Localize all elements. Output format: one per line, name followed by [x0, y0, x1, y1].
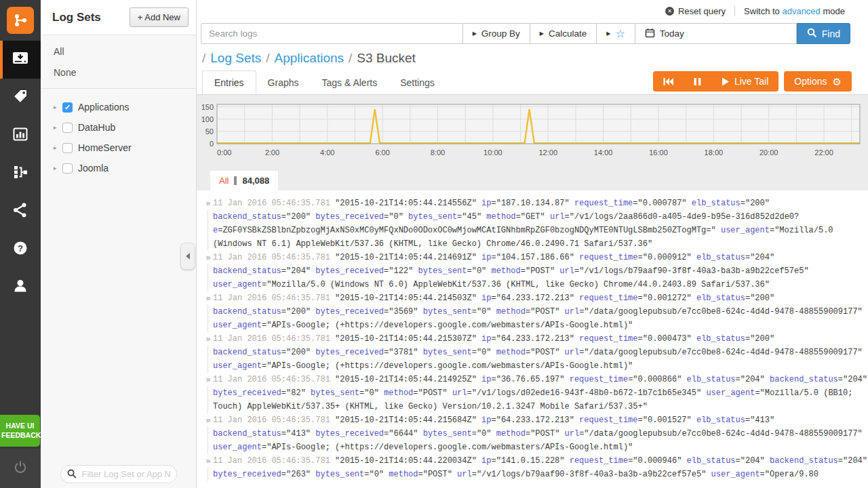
entry-marker-icon[interactable]: » [208, 251, 212, 264]
log-entry-wrapped-line: user_agent="APIs-Google; (+https://devel… [208, 319, 868, 332]
feedback-button[interactable]: HAVE UI FEEDBACK? [0, 415, 40, 447]
entry-timestamp: 11 Jan 2016 05:46:35.781 [213, 253, 330, 262]
logset-filter [60, 465, 177, 483]
logset-item-datahub[interactable]: ▸DataHub [54, 117, 196, 138]
logout-button[interactable] [0, 449, 41, 488]
find-button[interactable]: Find [797, 23, 850, 44]
switch-mode-text: Switch to advanced mode [744, 6, 845, 16]
log-entry-wrapped-line: backend_status="200" bytes_received="378… [208, 346, 868, 359]
logsets-list: All None ▸✓Applications▸DataHub▸HomeServ… [41, 35, 196, 178]
chevron-left-icon [182, 253, 190, 260]
log-entry-wrapped-line: bytes_received="82" bytes_sent="0" metho… [208, 386, 868, 400]
pause-button[interactable] [684, 71, 711, 92]
entry-marker-icon[interactable]: » [208, 197, 212, 210]
log-entry[interactable]: »11 Jan 2016 05:46:35.781 "2015-10-21T14… [208, 373, 868, 413]
expand-caret-icon[interactable]: ▸ [54, 104, 62, 110]
tail-controls: Live Tail Options ⚙ [653, 71, 852, 92]
entry-timestamp: 11 Jan 2016 05:46:35.781 [213, 415, 330, 425]
calculate-dropdown[interactable]: ▶ Calculate [530, 23, 597, 44]
results-all-tab[interactable]: All 84,088 [210, 171, 278, 190]
breadcrumb-current-s3-bucket: S3 Bucket [357, 51, 416, 66]
log-entry[interactable]: »11 Jan 2016 05:46:35.781 "2015-10-21T14… [208, 291, 868, 332]
advanced-mode-link[interactable]: advanced [782, 6, 820, 16]
sidebar-item-share[interactable] [0, 192, 41, 230]
help-icon: ? [12, 240, 28, 259]
breadcrumb-separator: / [349, 51, 352, 66]
saved-queries-dropdown[interactable]: ▶ ☆ [597, 23, 635, 44]
sidebar-item-dashboards[interactable] [0, 117, 41, 155]
logset-filter-input[interactable] [60, 465, 177, 483]
sidebar-item-account[interactable] [0, 268, 41, 306]
entry-marker-icon[interactable]: » [208, 332, 212, 346]
logset-item-joomla[interactable]: ▸Joomla [54, 158, 196, 178]
search-logs-input[interactable] [201, 23, 463, 44]
group-by-dropdown[interactable]: ▶ Group By [463, 23, 530, 44]
sidebar-item-help[interactable]: ? [0, 230, 41, 268]
topbar-divider [734, 6, 735, 16]
select-none-link[interactable]: None [54, 67, 196, 78]
icon-rail: ? HAVE UI FEEDBACK? [0, 0, 41, 488]
tab-graphs[interactable]: Graphs [256, 71, 311, 94]
add-new-button[interactable]: + Add New [130, 7, 189, 27]
dropdown-arrow-icon: ▶ [473, 30, 477, 37]
log-entry-wrapped-line: (Windows NT 6.1) AppleWebKit/537.36 (KHT… [208, 237, 868, 251]
breadcrumb-log-sets[interactable]: Log Sets [210, 51, 261, 66]
star-icon: ☆ [615, 28, 625, 39]
sidebar-item-log-sets[interactable] [0, 41, 41, 79]
logentries-logo [0, 0, 41, 41]
logset-checkbox[interactable] [62, 143, 73, 153]
play-icon [722, 77, 729, 86]
search-icon [67, 469, 77, 481]
query-topbar: ✕ Reset query Switch to advanced mode [197, 0, 868, 22]
log-entry-wrapped-line: Touch) AppleWebKit/537.35+ (KHTML, like … [208, 400, 868, 413]
options-button[interactable]: Options ⚙ [784, 71, 852, 92]
logset-checkbox[interactable]: ✓ [62, 102, 73, 113]
log-sets-icon [12, 50, 29, 69]
reset-query-button[interactable]: ✕ Reset query [665, 6, 726, 16]
tag-icon [12, 88, 28, 107]
expand-caret-icon[interactable]: ▸ [54, 165, 62, 171]
timeline-chart[interactable]: 0501001500:002:004:006:008:0010:0012:001… [199, 100, 867, 163]
log-entry-wrapped-line: backend_status="413" bytes_received="664… [208, 427, 868, 441]
expand-caret-icon[interactable]: ▸ [54, 124, 62, 131]
logsets-title: Log Sets [52, 11, 101, 24]
logset-checkbox[interactable] [62, 123, 73, 133]
select-all-link[interactable]: All [54, 46, 196, 57]
collapse-panel-handle[interactable] [180, 243, 195, 270]
logset-item-applications[interactable]: ▸✓Applications [54, 97, 196, 117]
logset-label: Applications [78, 102, 130, 113]
log-entry-wrapped-line: backend_status="200" bytes_received="0" … [208, 210, 868, 224]
log-entry[interactable]: »11 Jan 2016 05:46:35.781 "2015-10-21T14… [208, 197, 868, 251]
entry-marker-icon[interactable]: » [208, 291, 212, 305]
date-range-picker[interactable]: Today [635, 23, 797, 44]
tab-settings[interactable]: Settings [389, 71, 446, 94]
log-entries: »11 Jan 2016 05:46:35.781 "2015-10-21T14… [208, 197, 868, 481]
entry-marker-icon[interactable]: » [208, 373, 212, 386]
skip-to-start-button[interactable] [653, 71, 684, 92]
switch-text-after: mode [823, 6, 845, 16]
entry-marker-icon[interactable]: » [208, 454, 212, 468]
log-entry-first-line: »11 Jan 2016 05:46:35.781 "2015-10-21T14… [208, 251, 868, 264]
breadcrumb-applications[interactable]: Applications [275, 51, 344, 66]
tab-tags-alerts[interactable]: Tags & Alerts [311, 71, 389, 94]
svg-text:22:00: 22:00 [814, 148, 833, 157]
logset-checkbox[interactable] [62, 163, 73, 174]
gear-icon: ⚙ [833, 77, 842, 87]
live-tail-button[interactable]: Live Tail [711, 71, 778, 92]
log-entry[interactable]: »11 Jan 2016 05:46:35.781 "2015-10-21T14… [208, 454, 868, 481]
skip-back-icon [663, 77, 673, 86]
svg-text:20:00: 20:00 [760, 148, 778, 157]
log-entry[interactable]: »11 Jan 2016 05:46:35.781 "2015-10-21T14… [208, 332, 868, 373]
tab-entries[interactable]: Entries [202, 70, 256, 94]
group-by-label: Group By [481, 28, 520, 39]
results-tab-divider [234, 176, 237, 185]
reset-query-label: Reset query [678, 6, 726, 16]
log-entry[interactable]: »11 Jan 2016 05:46:35.781 "2015-10-21T14… [208, 251, 868, 291]
sidebar-item-tags[interactable] [0, 79, 41, 117]
log-entry[interactable]: »11 Jan 2016 05:46:35.781 "2015-10-21T14… [208, 413, 868, 454]
entry-marker-icon[interactable]: » [208, 413, 212, 427]
user-icon [12, 278, 28, 297]
logset-item-homeserver[interactable]: ▸HomeServer [54, 138, 196, 158]
sidebar-item-aggregation[interactable] [0, 155, 41, 192]
expand-caret-icon[interactable]: ▸ [54, 144, 62, 151]
